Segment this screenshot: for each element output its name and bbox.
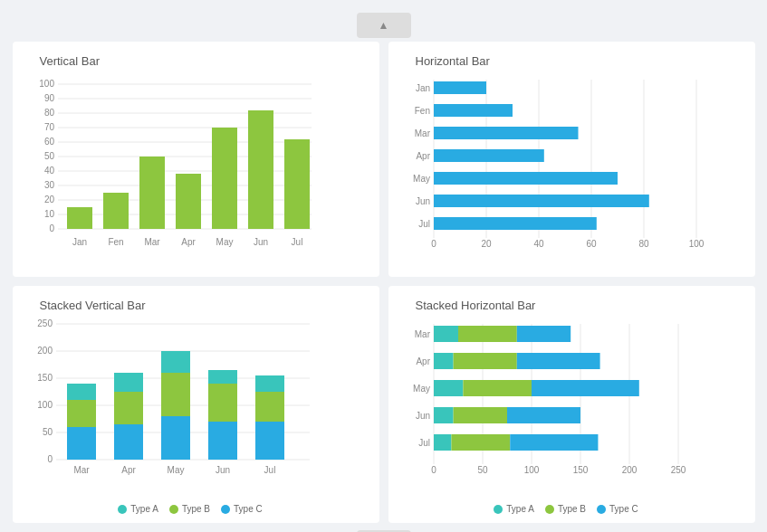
- svg-rect-77: [114, 424, 143, 460]
- stacked-horizontal-bar-area: 0 50 100 150 200 250: [398, 319, 746, 514]
- svg-text:50: 50: [43, 151, 54, 161]
- legend-h-dot-c: [597, 505, 606, 514]
- svg-text:Jun: Jun: [253, 237, 267, 247]
- svg-text:50: 50: [42, 427, 53, 437]
- svg-rect-114: [532, 380, 639, 396]
- svg-text:70: 70: [43, 122, 54, 132]
- legend-h-dot-a: [494, 505, 503, 514]
- svg-text:Mar: Mar: [414, 128, 430, 138]
- svg-text:Jun: Jun: [415, 196, 429, 206]
- svg-rect-50: [434, 127, 579, 139]
- svg-text:Apr: Apr: [181, 237, 196, 247]
- svg-rect-79: [114, 373, 143, 392]
- svg-text:Apr: Apr: [416, 151, 430, 161]
- svg-rect-76: [67, 384, 96, 400]
- svg-rect-48: [434, 81, 486, 94]
- stacked-vertical-bar-area: 0 50 100 150 200 250: [22, 319, 370, 514]
- svg-text:80: 80: [638, 239, 649, 249]
- legend-dot-a: [118, 505, 127, 514]
- svg-text:Apr: Apr: [121, 465, 136, 475]
- svg-text:Jun: Jun: [215, 465, 229, 475]
- svg-rect-51: [434, 149, 544, 162]
- svg-rect-23: [103, 193, 129, 229]
- svg-text:100: 100: [688, 239, 704, 249]
- svg-text:Mar: Mar: [414, 329, 430, 339]
- svg-text:Jan: Jan: [72, 237, 86, 247]
- svg-text:250: 250: [37, 318, 53, 328]
- svg-rect-52: [434, 172, 618, 185]
- svg-text:150: 150: [37, 373, 53, 383]
- legend-h-dot-b: [545, 505, 554, 514]
- svg-rect-22: [67, 207, 92, 229]
- svg-text:0: 0: [431, 239, 436, 249]
- stacked-vertical-bar-title: Stacked Vertical Bar: [22, 299, 370, 312]
- svg-text:100: 100: [523, 465, 539, 475]
- svg-text:May: May: [216, 237, 233, 247]
- vertical-bar-title: Vertical Bar: [22, 54, 370, 68]
- svg-text:Jul: Jul: [418, 219, 430, 229]
- svg-text:Fen: Fen: [108, 237, 123, 247]
- legend-h-label-c: Type C: [609, 504, 638, 514]
- svg-rect-85: [208, 370, 237, 384]
- svg-text:May: May: [413, 384, 430, 394]
- svg-rect-24: [139, 157, 165, 229]
- stacked-vertical-bar-svg: 0 50 100 150 200 250: [22, 319, 330, 496]
- svg-text:30: 30: [43, 180, 54, 190]
- svg-text:60: 60: [43, 137, 54, 147]
- svg-text:Jan: Jan: [415, 83, 429, 93]
- svg-rect-110: [453, 353, 516, 369]
- stacked-horizontal-bar-svg: 0 50 100 150 200 250: [398, 319, 733, 496]
- chevron-up-icon: ▲: [379, 19, 389, 32]
- horizontal-bar-area: 0 20 40 60 80 100 J: [398, 75, 746, 268]
- nav-up-button[interactable]: ▲: [357, 13, 411, 38]
- svg-text:20: 20: [481, 239, 492, 249]
- svg-text:Jul: Jul: [264, 465, 275, 475]
- svg-text:Mar: Mar: [73, 465, 90, 475]
- svg-text:Jun: Jun: [415, 411, 429, 421]
- svg-text:Jul: Jul: [418, 438, 430, 448]
- stacked-horizontal-bar-title: Stacked Horizontal Bar: [398, 299, 746, 312]
- stacked-vertical-legend: Type A Type B Type C: [22, 504, 370, 514]
- svg-rect-80: [161, 416, 190, 460]
- horizontal-bar-chart: Horizontal Bar 0 20 40 60: [388, 42, 755, 277]
- svg-text:40: 40: [43, 166, 54, 176]
- vertical-bar-chart: Vertical Bar: [13, 42, 379, 277]
- svg-text:60: 60: [586, 239, 597, 249]
- svg-rect-82: [161, 351, 190, 373]
- svg-rect-53: [434, 195, 649, 207]
- svg-text:100: 100: [39, 79, 54, 89]
- svg-text:20: 20: [43, 195, 54, 204]
- svg-text:90: 90: [43, 93, 54, 103]
- stacked-vertical-bar-chart: Stacked Vertical Bar 0 50 100 150: [13, 286, 379, 523]
- svg-rect-109: [434, 353, 454, 369]
- legend-h-type-b: Type B: [545, 504, 586, 514]
- svg-rect-74: [67, 427, 96, 460]
- svg-rect-81: [161, 373, 190, 416]
- legend-label-b: Type B: [182, 504, 210, 514]
- legend-h-type-a: Type A: [494, 504, 534, 514]
- legend-h-label-b: Type B: [558, 504, 586, 514]
- horizontal-bar-title: Horizontal Bar: [398, 54, 746, 68]
- legend-label-a: Type A: [130, 504, 158, 514]
- legend-dot-c: [221, 505, 230, 514]
- svg-rect-113: [463, 380, 532, 396]
- svg-text:150: 150: [572, 465, 588, 475]
- legend-h-type-c: Type C: [597, 504, 638, 514]
- svg-text:250: 250: [670, 465, 686, 475]
- legend-type-a: Type A: [118, 504, 158, 514]
- svg-text:Mar: Mar: [144, 237, 160, 247]
- svg-text:Apr: Apr: [416, 356, 430, 366]
- legend-label-c: Type C: [234, 504, 263, 514]
- horizontal-bar-svg: 0 20 40 60 80 100 J: [398, 75, 733, 265]
- svg-text:200: 200: [621, 465, 637, 475]
- svg-rect-49: [434, 104, 513, 117]
- svg-text:0: 0: [47, 454, 53, 464]
- svg-rect-107: [458, 326, 517, 342]
- svg-text:200: 200: [37, 346, 53, 356]
- svg-rect-118: [434, 434, 451, 451]
- svg-rect-28: [284, 139, 310, 229]
- svg-rect-26: [212, 128, 237, 229]
- svg-rect-106: [434, 326, 458, 342]
- svg-rect-27: [248, 110, 273, 229]
- stacked-horizontal-legend: Type A Type B Type C: [398, 504, 746, 514]
